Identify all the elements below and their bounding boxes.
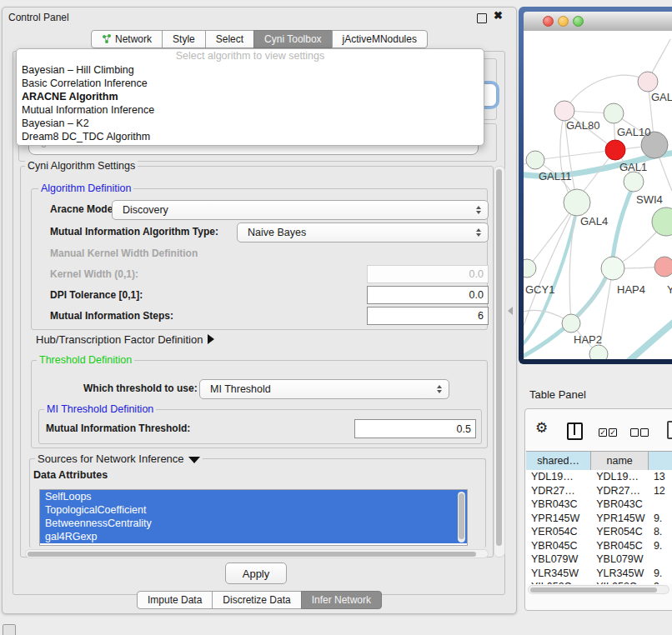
checked-checkbox-icon[interactable]: ✓ [609, 428, 617, 437]
dpi-tolerance-field[interactable]: 0.0 [367, 286, 489, 304]
attribute-item[interactable]: SelfLoops [40, 490, 467, 503]
mi-threshold-title: MI Threshold Definition [44, 403, 156, 415]
mi-steps-field[interactable]: 6 [367, 307, 489, 325]
algorithm-option[interactable]: Bayesian – Hill Climbing [17, 63, 484, 77]
checked-checkbox-icon[interactable]: ✓ [599, 428, 607, 437]
table-function-icon[interactable] [667, 421, 672, 439]
table-row[interactable]: YBR043CYBR043C [526, 498, 672, 512]
stepper-arrows-icon [476, 206, 481, 214]
minimized-panel-icon[interactable] [3, 624, 16, 635]
table-row[interactable]: YPR145WYPR145W9. [526, 512, 672, 526]
network-node-gal1[interactable] [605, 140, 625, 160]
column-header-shared-name[interactable]: shared… [526, 452, 591, 470]
close-traffic-light-icon[interactable] [543, 16, 554, 27]
network-node-swi4[interactable] [624, 172, 644, 192]
tab-label: Network [115, 31, 152, 48]
close-icon[interactable]: ✖ [494, 9, 503, 22]
network-node-hap4[interactable] [601, 257, 624, 280]
table-row[interactable]: YDR27…YDR27…12 [526, 484, 672, 498]
table-row[interactable]: YER054CYER054C8. [526, 525, 672, 539]
network-node-gal4[interactable] [564, 189, 590, 216]
network-canvas[interactable]: GALGAL80GAL10GAL1GAL11SWI4GAL4GCY1HAP4YH… [524, 31, 672, 359]
sources-expander[interactable]: Sources for Network Inference [35, 452, 203, 465]
scrollbar-thumb[interactable] [28, 552, 476, 557]
table-horizontal-scrollbar[interactable] [528, 585, 669, 594]
table-row[interactable]: YLR345WYLR345W9. [526, 567, 672, 581]
gear-icon[interactable]: ⚙ [535, 419, 548, 436]
minimize-traffic-light-icon[interactable] [558, 16, 569, 27]
split-pane-collapse-icon[interactable] [508, 307, 513, 315]
kernel-width-field[interactable]: 0.0 [367, 265, 489, 283]
tab-cyni-toolbox[interactable]: Cyni Toolbox [253, 30, 332, 48]
expand-arrow-icon [208, 334, 214, 344]
network-node-y[interactable] [654, 257, 672, 277]
node-label: GCY1 [525, 283, 554, 296]
algorithm-option[interactable]: Mutual Information Inference [17, 103, 484, 117]
settings-vertical-scrollbar[interactable] [494, 166, 505, 558]
algorithm-options: Bayesian – Hill ClimbingBasic Correlatio… [17, 63, 484, 143]
control-panel: Control Panel ✖ Network Style Select Cyn… [2, 7, 517, 614]
tab-label: Discretize Data [223, 592, 290, 608]
mi-threshold-field[interactable]: 0.5 [354, 419, 476, 438]
table-row[interactable]: YDL19…YDL19…13 [526, 470, 672, 484]
attribute-item[interactable]: gal4RGexp [40, 530, 467, 543]
algorithm-option[interactable]: Bayesian – K2 [17, 117, 484, 130]
unchecked-checkbox-icon[interactable] [630, 428, 639, 437]
network-node-gal[interactable] [638, 72, 658, 92]
network-node-hap2[interactable] [562, 314, 580, 332]
collapse-arrow-icon [188, 457, 200, 463]
tab-jactivemnodules[interactable]: jActiveMNodules [332, 30, 428, 48]
control-panel-tabbar: Network Style Select Cyni Toolbox jActiv… [3, 30, 516, 48]
algorithm-option[interactable]: ARACNE Algorithm [17, 90, 484, 103]
tab-infer-network[interactable]: Infer Network [301, 591, 382, 609]
mi-type-label: Mutual Information Algorithm Type: [50, 226, 218, 238]
network-view-window[interactable]: GALGAL80GAL10GAL1GAL11SWI4GAL4GCY1HAP4YH… [519, 7, 672, 364]
list-vertical-scrollbar[interactable] [458, 492, 465, 542]
mi-threshold-group: MI Threshold Definition Mutual Informati… [38, 409, 482, 444]
algorithm-option[interactable]: Dream8 DC_TDC Algorithm [17, 130, 484, 143]
aracne-mode-select[interactable]: Discovery [112, 200, 489, 220]
node-label: GAL4 [580, 215, 608, 228]
network-node-gal11[interactable] [526, 151, 544, 169]
scrollbar-thumb[interactable] [459, 493, 464, 539]
hub-definition-expander[interactable]: Hub/Transcription Factor Definition [36, 333, 214, 346]
tab-style[interactable]: Style [162, 30, 206, 48]
scrollbar-thumb[interactable] [530, 588, 657, 592]
unchecked-checkbox-icon[interactable] [640, 428, 649, 437]
algorithm-option[interactable]: Basic Correlation Inference [17, 77, 484, 90]
apply-button[interactable]: Apply [225, 562, 287, 584]
network-node[interactable] [652, 208, 672, 236]
table-row[interactable]: YBR045CYBR045C9. [526, 539, 672, 553]
network-thick-edges [524, 152, 672, 359]
network-node-gcy1[interactable] [524, 259, 536, 278]
column-header-name[interactable]: name [591, 452, 649, 470]
tab-discretize-data[interactable]: Discretize Data [212, 591, 301, 609]
attribute-item[interactable]: TopologicalCoefficient [40, 503, 467, 517]
table-row[interactable]: YBL079WYBL079W [526, 552, 672, 567]
network-node-gal10[interactable] [604, 103, 624, 123]
network-window-titlebar[interactable] [524, 12, 672, 32]
table-row[interactable]: YIL052CYIL052C9 [526, 580, 672, 584]
attribute-item[interactable]: BetweennessCentrality [40, 517, 467, 530]
data-attributes-list[interactable]: SelfLoopsTopologicalCoefficientBetweenne… [39, 489, 468, 546]
tab-impute-data[interactable]: Impute Data [137, 591, 213, 609]
table-cell: YBL079W [526, 552, 591, 567]
column-header-partial[interactable] [649, 452, 672, 470]
tab-select[interactable]: Select [205, 30, 254, 48]
network-node[interactable] [589, 345, 608, 359]
mi-type-select[interactable]: Naive Bayes [237, 222, 489, 242]
node-label: GAL11 [539, 170, 572, 182]
node-label: HAP2 [574, 333, 602, 346]
which-threshold-select[interactable]: MI Threshold [199, 379, 449, 399]
column-layout-icon[interactable] [567, 422, 583, 440]
zoom-traffic-light-icon[interactable] [573, 16, 584, 27]
network-node-gal80[interactable] [554, 101, 574, 121]
attribute-items: SelfLoopsTopologicalCoefficientBetweenne… [40, 490, 467, 543]
scrollbar-thumb[interactable] [496, 169, 502, 546]
data-attributes-label: Data Attributes [33, 469, 108, 481]
float-window-icon[interactable] [477, 13, 487, 23]
stepper-arrows-icon [437, 385, 442, 393]
tab-network[interactable]: Network [91, 30, 163, 48]
table-cell: 8. [649, 525, 672, 539]
horizontal-scrollbar[interactable] [25, 549, 489, 558]
